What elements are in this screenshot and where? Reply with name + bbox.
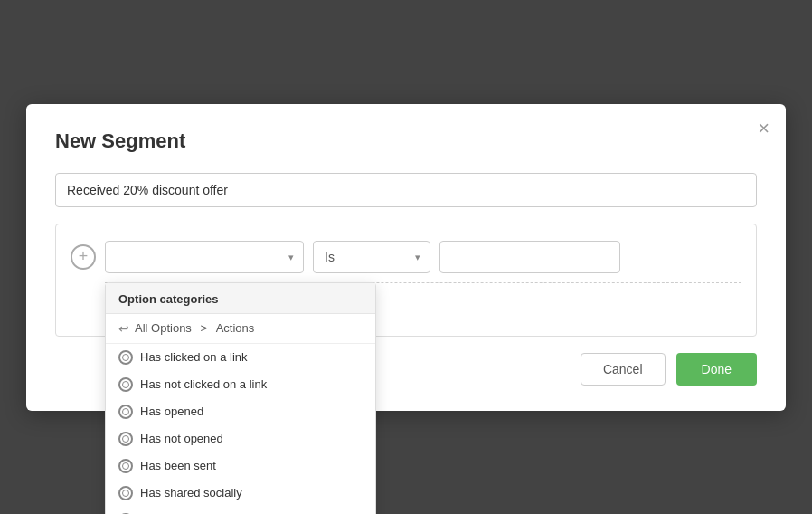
condition-dropdown-panel: Option categories ↩ All Options > Action… — [105, 282, 376, 515]
add-rule-button[interactable]: + — [71, 244, 96, 270]
dropdown-items-list: Has clicked on a link Has not clicked on… — [106, 344, 375, 515]
dropdown-item-label-4: Has been sent — [140, 459, 216, 472]
option-icon-4 — [118, 459, 133, 473]
new-segment-modal: × New Segment + ▾ Option categories ↩ — [26, 104, 786, 411]
segment-name-input[interactable] — [55, 173, 757, 207]
segment-conditions-box: + ▾ Option categories ↩ All Options > — [55, 224, 757, 337]
dropdown-item-2[interactable]: Has opened — [106, 398, 375, 425]
dropdown-item-3[interactable]: Has not opened — [106, 425, 375, 452]
dropdown-item-label-5: Has shared socially — [140, 486, 242, 500]
dropdown-back-item[interactable]: ↩ All Options > Actions — [106, 314, 375, 344]
dropdown-item-5[interactable]: Has shared socially — [106, 480, 375, 507]
chevron-down-icon: ▾ — [288, 251, 294, 262]
condition-is-select[interactable]: Is ▾ — [313, 241, 430, 273]
done-button[interactable]: Done — [676, 353, 757, 386]
dropdown-item-label-1: Has not clicked on a link — [140, 377, 267, 391]
dropdown-back-sub: Actions — [216, 321, 255, 335]
is-chevron-icon: ▾ — [415, 251, 420, 262]
option-icon-0 — [118, 350, 133, 365]
option-icon-1 — [118, 377, 133, 392]
cancel-button[interactable]: Cancel — [581, 353, 666, 386]
dropdown-item-label-2: Has opened — [140, 405, 203, 418]
segment-condition-row: + ▾ Option categories ↩ All Options > — [71, 241, 741, 273]
dropdown-item-label-0: Has clicked on a link — [140, 350, 248, 364]
condition-select-wrapper[interactable]: ▾ Option categories ↩ All Options > Acti… — [105, 241, 304, 273]
dropdown-back-separator: > — [197, 321, 211, 335]
option-icon-3 — [118, 432, 133, 446]
condition-value-input[interactable] — [439, 241, 620, 273]
dropdown-back-label: All Options — [135, 321, 192, 335]
is-select-wrapper[interactable]: Is ▾ — [313, 241, 430, 273]
dropdown-item-6[interactable]: Has forwarded — [106, 507, 375, 515]
close-button[interactable]: × — [758, 119, 770, 138]
back-arrow-icon: ↩ — [118, 321, 129, 336]
dropdown-item-label-3: Has not opened — [140, 432, 223, 445]
is-select-value: Is — [325, 250, 335, 264]
dropdown-item-4[interactable]: Has been sent — [106, 452, 375, 480]
condition-main-select[interactable]: ▾ — [105, 241, 304, 273]
option-icon-2 — [118, 405, 133, 419]
dropdown-header: Option categories — [106, 283, 375, 314]
modal-title: New Segment — [55, 129, 757, 153]
dropdown-item-0[interactable]: Has clicked on a link — [106, 344, 375, 371]
modal-overlay: × New Segment + ▾ Option categories ↩ — [0, 0, 812, 514]
dropdown-item-1[interactable]: Has not clicked on a link — [106, 371, 375, 398]
option-icon-5 — [118, 486, 133, 500]
